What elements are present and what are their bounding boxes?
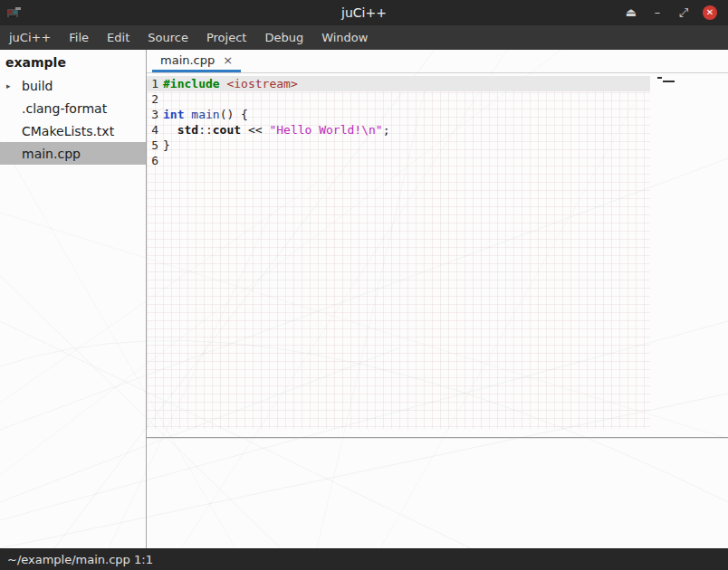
editor[interactable]: 1#include <iostream>23int main() {4 std:… bbox=[147, 73, 728, 437]
source-map-mark bbox=[663, 81, 675, 82]
eject-button[interactable]: ⏏ bbox=[624, 5, 638, 20]
code-text: int main() { bbox=[158, 107, 248, 122]
line-number: 3 bbox=[147, 107, 158, 122]
code-text: } bbox=[158, 138, 170, 153]
expander-icon[interactable]: ▸ bbox=[6, 81, 11, 90]
tree-item-label: main.cpp bbox=[22, 147, 81, 161]
code-text bbox=[158, 91, 163, 107]
content-area: example ▸build.clang-formatCMakeLists.tx… bbox=[0, 50, 728, 548]
file-tree: ▸build.clang-formatCMakeLists.txtmain.cp… bbox=[0, 74, 146, 165]
source-map-mark bbox=[657, 77, 662, 79]
code-text: std::cout << "Hello World!\n"; bbox=[158, 122, 389, 138]
menu-window[interactable]: Window bbox=[312, 25, 377, 50]
window-controls: ⏏–⤢✕ bbox=[624, 5, 728, 20]
close-button[interactable]: ✕ bbox=[703, 5, 717, 20]
tree-item-build[interactable]: ▸build bbox=[0, 74, 146, 97]
tree-item-cmakelists-txt[interactable]: CMakeLists.txt bbox=[0, 119, 146, 142]
code-line-6[interactable]: 6 bbox=[147, 153, 650, 168]
restore-button[interactable]: ⤢ bbox=[676, 5, 691, 20]
code-line-4[interactable]: 4 std::cout << "Hello World!\n"; bbox=[147, 122, 650, 138]
code-line-2[interactable]: 2 bbox=[147, 91, 650, 107]
menu-debug[interactable]: Debug bbox=[255, 25, 312, 50]
code-line-5[interactable]: 5} bbox=[147, 138, 650, 153]
menu-juci[interactable]: juCi++ bbox=[0, 25, 60, 50]
window-title: juCi++ bbox=[0, 5, 728, 20]
main-area: main.cpp× 1#include <iostream>23int main… bbox=[147, 50, 728, 548]
menu-project[interactable]: Project bbox=[197, 25, 255, 50]
status-bar: ~/example/main.cpp 1:1 bbox=[0, 548, 728, 570]
line-number: 6 bbox=[147, 153, 158, 168]
menu-source[interactable]: Source bbox=[139, 25, 197, 50]
sidebar: example ▸build.clang-formatCMakeLists.tx… bbox=[0, 50, 147, 548]
tree-item-label: .clang-format bbox=[22, 101, 107, 116]
source-map[interactable] bbox=[650, 73, 727, 437]
code-line-1[interactable]: 1#include <iostream> bbox=[147, 76, 650, 91]
tree-item-label: build bbox=[22, 79, 53, 93]
menu-edit[interactable]: Edit bbox=[98, 25, 139, 50]
menubar: juCi++FileEditSourceProjectDebugWindow bbox=[0, 25, 728, 50]
tab-bar: main.cpp× bbox=[147, 50, 728, 73]
terminal-pane[interactable] bbox=[147, 439, 728, 548]
line-number: 4 bbox=[147, 122, 158, 138]
code-text bbox=[158, 153, 163, 168]
line-number: 5 bbox=[147, 138, 158, 153]
code-area[interactable]: 1#include <iostream>23int main() {4 std:… bbox=[147, 76, 650, 168]
tab-label: main.cpp bbox=[160, 53, 215, 67]
tree-item-clang-format[interactable]: .clang-format bbox=[0, 97, 146, 119]
menu-file[interactable]: File bbox=[60, 25, 98, 50]
code-line-3[interactable]: 3int main() { bbox=[147, 107, 650, 122]
minimize-button[interactable]: – bbox=[650, 5, 665, 20]
tab-close-icon[interactable]: × bbox=[223, 54, 233, 66]
app-icon bbox=[6, 6, 23, 20]
project-root-label: example bbox=[0, 50, 146, 74]
line-number: 2 bbox=[147, 91, 158, 107]
title-bar: juCi++ ⏏–⤢✕ bbox=[0, 0, 728, 25]
line-number: 1 bbox=[147, 76, 158, 91]
tree-item-main-cpp[interactable]: main.cpp bbox=[0, 142, 146, 165]
tree-item-label: CMakeLists.txt bbox=[22, 124, 114, 138]
code-text: #include <iostream> bbox=[158, 76, 298, 91]
status-text: ~/example/main.cpp 1:1 bbox=[7, 553, 153, 566]
tab-main-cpp[interactable]: main.cpp× bbox=[152, 50, 241, 72]
app-window: juCi++ ⏏–⤢✕ juCi++FileEditSourceProjectD… bbox=[0, 0, 728, 570]
